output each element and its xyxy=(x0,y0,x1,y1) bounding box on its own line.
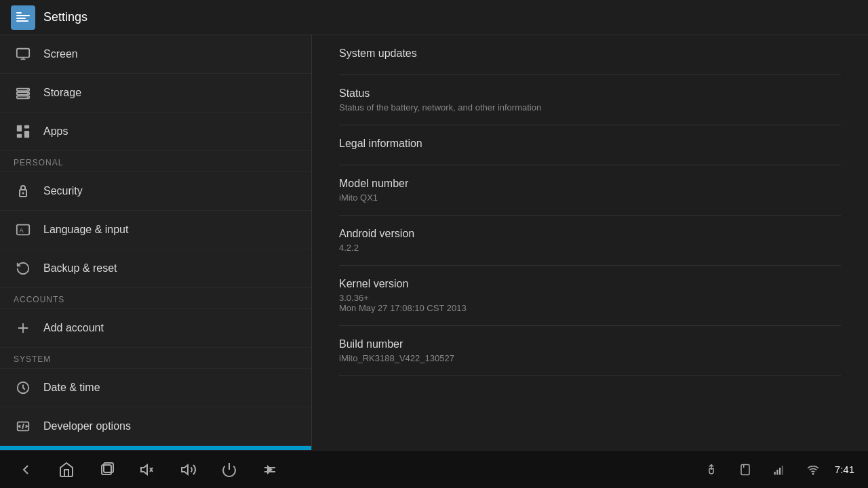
svg-rect-13 xyxy=(17,125,22,131)
nav-buttons-right: 7:41 xyxy=(699,458,854,482)
svg-rect-3 xyxy=(16,20,28,22)
content-item-model-title: Model number xyxy=(339,178,841,190)
sidebar-item-datetime-label: Date & time xyxy=(43,382,100,394)
sidebar-item-screen-label: Screen xyxy=(43,48,78,60)
content-area: System updates Status Status of the batt… xyxy=(312,35,868,450)
power-button[interactable] xyxy=(217,458,241,482)
sidebar-item-backup-label: Backup & reset xyxy=(43,262,117,274)
signal-icon xyxy=(767,458,791,482)
sidebar: Screen Storage xyxy=(0,35,312,450)
menu-button[interactable] xyxy=(258,458,282,482)
page-title: Settings xyxy=(43,10,87,24)
wifi-icon xyxy=(801,458,825,482)
sidebar-item-backup[interactable]: Backup & reset xyxy=(0,249,311,288)
content-item-status-subtitle: Status of the battery, network, and othe… xyxy=(339,102,841,113)
clock-icon xyxy=(14,378,33,397)
content-item-legal-title: Legal information xyxy=(339,138,841,150)
content-item-system-updates-title: System updates xyxy=(339,47,841,60)
screen-icon xyxy=(14,45,33,64)
volume-up-button[interactable] xyxy=(176,458,201,482)
recents-button[interactable] xyxy=(95,458,119,482)
svg-rect-38 xyxy=(776,470,778,475)
backup-icon xyxy=(14,259,33,278)
sidebar-item-datetime[interactable]: Date & time xyxy=(0,369,311,407)
sidebar-item-language-label: Language & input xyxy=(43,224,128,236)
sidebar-item-language[interactable]: A Language & input xyxy=(0,211,311,249)
app-icon xyxy=(11,5,35,30)
content-item-kernel-title: Kernel version xyxy=(339,278,841,290)
content-item-legal[interactable]: Legal information xyxy=(339,125,841,165)
svg-rect-39 xyxy=(779,468,781,475)
svg-marker-30 xyxy=(141,465,147,474)
sidebar-item-developer[interactable]: Developer options xyxy=(0,407,311,446)
main-content: Screen Storage xyxy=(0,35,868,450)
bottom-bar: 7:41 xyxy=(0,450,868,488)
content-item-build-title: Build number xyxy=(339,338,841,350)
storage-icon xyxy=(14,83,33,102)
usb-icon xyxy=(699,458,724,482)
svg-rect-35 xyxy=(741,464,749,474)
svg-point-10 xyxy=(27,89,28,91)
content-item-android-subtitle: 4.2.2 xyxy=(339,243,841,253)
sidebar-item-storage-label: Storage xyxy=(43,87,81,99)
security-icon xyxy=(14,182,33,201)
section-header-personal: PERSONAL xyxy=(0,151,311,172)
content-item-android[interactable]: Android version 4.2.2 xyxy=(339,216,841,266)
top-bar: Settings xyxy=(0,0,868,35)
home-button[interactable] xyxy=(54,458,79,482)
svg-point-11 xyxy=(27,93,28,94)
developer-icon xyxy=(14,417,33,436)
svg-rect-14 xyxy=(24,125,29,129)
content-item-build[interactable]: Build number iMito_RK3188_V422_130527 xyxy=(339,326,841,376)
svg-rect-1 xyxy=(16,15,30,16)
content-item-android-title: Android version xyxy=(339,228,841,240)
sidebar-item-security[interactable]: Security xyxy=(0,172,311,211)
svg-point-41 xyxy=(812,473,814,474)
language-icon: A xyxy=(14,220,33,239)
svg-rect-6 xyxy=(22,58,24,59)
svg-marker-33 xyxy=(182,465,188,474)
sidebar-item-developer-label: Developer options xyxy=(43,420,131,432)
time-display: 7:41 xyxy=(835,464,854,475)
back-button[interactable] xyxy=(14,458,38,482)
nav-buttons-left xyxy=(14,458,282,482)
sidebar-item-apps[interactable]: Apps xyxy=(0,113,311,151)
svg-rect-40 xyxy=(782,466,783,475)
sidebar-item-apps-label: Apps xyxy=(43,125,68,138)
content-item-model[interactable]: Model number iMito QX1 xyxy=(339,165,841,216)
apps-icon xyxy=(14,122,33,141)
svg-rect-5 xyxy=(20,58,25,60)
svg-rect-16 xyxy=(17,134,22,138)
section-header-accounts: ACCOUNTS xyxy=(0,288,311,309)
svg-rect-4 xyxy=(17,49,29,58)
content-item-model-subtitle: iMito QX1 xyxy=(339,192,841,203)
svg-point-18 xyxy=(22,192,24,195)
svg-rect-22 xyxy=(18,327,28,329)
sidebar-item-storage[interactable]: Storage xyxy=(0,74,311,113)
svg-text:A: A xyxy=(20,227,24,234)
sim-icon xyxy=(733,458,757,482)
svg-rect-37 xyxy=(774,472,775,475)
content-item-status[interactable]: Status Status of the battery, network, a… xyxy=(339,75,841,125)
content-item-kernel[interactable]: Kernel version 3.0.36+ Mon May 27 17:08:… xyxy=(339,266,841,326)
content-item-kernel-subtitle: 3.0.36+ Mon May 27 17:08:10 CST 2013 xyxy=(339,293,841,313)
svg-point-12 xyxy=(27,97,28,98)
sidebar-item-screen[interactable]: Screen xyxy=(0,35,311,74)
sidebar-item-security-label: Security xyxy=(43,185,83,197)
add-icon xyxy=(14,319,33,338)
content-item-build-subtitle: iMito_RK3188_V422_130527 xyxy=(339,353,841,363)
section-header-system: SYSTEM xyxy=(0,348,311,369)
svg-rect-2 xyxy=(16,18,26,19)
content-item-status-title: Status xyxy=(339,87,841,100)
sidebar-item-addaccount-label: Add account xyxy=(43,322,104,334)
volume-down-button[interactable] xyxy=(136,458,160,482)
svg-rect-15 xyxy=(24,131,29,138)
svg-rect-0 xyxy=(16,12,22,14)
sidebar-item-addaccount[interactable]: Add account xyxy=(0,309,311,348)
content-item-system-updates[interactable]: System updates xyxy=(339,35,841,75)
